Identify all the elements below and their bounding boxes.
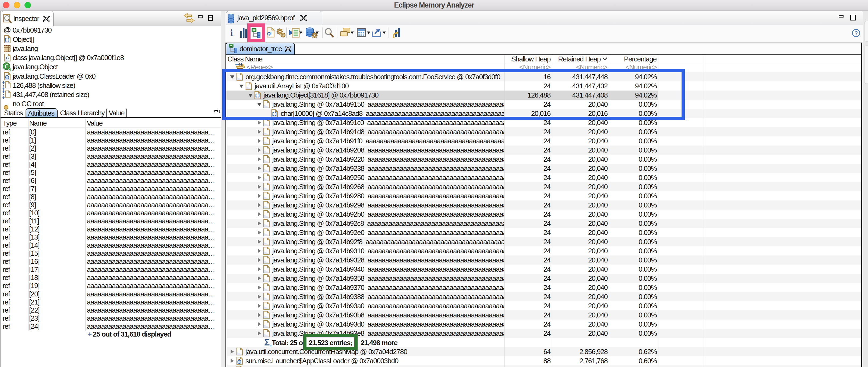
svg-text:C: C — [6, 56, 9, 60]
svg-text:?: ? — [855, 30, 858, 36]
svg-text:C: C — [5, 63, 8, 69]
svg-text:QL: QL — [267, 31, 273, 36]
svg-text:S: S — [9, 67, 11, 72]
